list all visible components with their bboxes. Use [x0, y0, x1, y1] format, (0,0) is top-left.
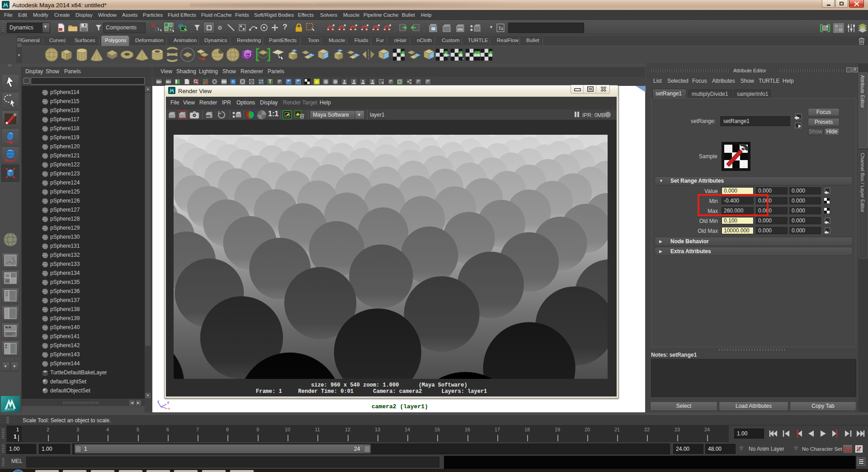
- svg-text:Ta: Ta: [498, 25, 503, 31]
- svg-text:z: z: [157, 399, 159, 403]
- svg-text:IPR: IPR: [458, 28, 463, 31]
- svg-text:x: x: [168, 406, 170, 410]
- svg-text:y: y: [167, 400, 169, 404]
